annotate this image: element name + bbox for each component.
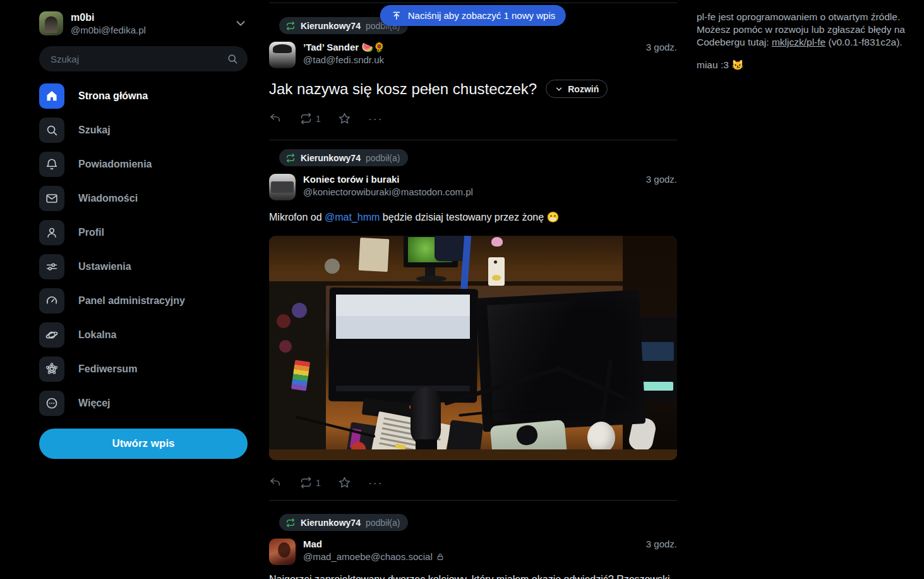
avatar[interactable] <box>269 42 296 68</box>
post-actions: 1 ··· <box>269 476 677 489</box>
divider <box>269 3 677 3</box>
sidebar-item-local[interactable]: Lokalna <box>39 322 248 348</box>
reposter-name: Kierunkowy74 <box>301 21 361 31</box>
author-meta: Koniec torów i buraki @koniectorowiburak… <box>303 174 473 197</box>
planet-icon <box>39 322 64 348</box>
repost-button[interactable]: 1 <box>299 112 321 125</box>
avatar[interactable] <box>39 11 63 35</box>
reply-button[interactable] <box>269 112 282 125</box>
sidebar-item-label: Fediwersum <box>78 363 137 375</box>
sidebar-item-fediverse[interactable]: Fediwersum <box>39 357 248 382</box>
repost-icon <box>299 476 313 489</box>
sidebar-item-label: Panel administracyjny <box>78 295 185 307</box>
about-text: pl-fe jest oprogramowaniem o otwartym źr… <box>697 11 919 49</box>
search-input[interactable] <box>39 46 248 71</box>
compose-button[interactable]: Utwórz wpis <box>39 429 248 459</box>
sidebar-item-label: Strona główna <box>78 90 148 102</box>
sidebar: m0bi @m0bi@fedika.pl Strona główna <box>39 10 248 459</box>
reply-icon <box>269 476 282 489</box>
avatar[interactable] <box>269 174 296 200</box>
sidebar-item-messages[interactable]: Wiadomości <box>39 186 248 211</box>
spoiler-text: Jak nazywa się kosz pełen chusteczek? <box>269 80 537 98</box>
grin-emoji: 😁 <box>547 212 560 222</box>
post-header: Mad @mad_amoebe@chaos.social 3 godz. <box>269 539 677 565</box>
post-header: ’Tad’ Sander 🍉🌻 @tad@fedi.sndr.uk 3 godz… <box>269 42 677 68</box>
post-timestamp[interactable]: 3 godz. <box>646 174 677 185</box>
author-name[interactable]: ’Tad’ Sander 🍉🌻 <box>303 42 385 52</box>
codeberg-repo-link[interactable]: mkljczk/pl-fe <box>772 37 825 47</box>
account-name: m0bi <box>71 12 146 23</box>
author-name[interactable]: Koniec torów i buraki <box>303 174 473 185</box>
repost-pill[interactable]: Kierunkowy74 podbił(a) <box>279 149 408 166</box>
repost-verb: podbił(a) <box>366 518 400 528</box>
favourite-button[interactable] <box>338 112 351 125</box>
post-actions: 1 ··· <box>269 112 677 125</box>
sidebar-item-home[interactable]: Strona główna <box>39 83 248 109</box>
post: Kierunkowy74 podbił(a) Mad @mad_amoebe@c… <box>269 501 677 579</box>
spoiler-row: Jak nazywa się kosz pełen chusteczek? Ro… <box>269 80 677 98</box>
author-handle: @koniectorowiburaki@mastodon.com.pl <box>303 186 473 197</box>
search-box <box>39 46 248 71</box>
bell-icon <box>39 152 64 177</box>
avatar[interactable] <box>269 539 296 565</box>
reply-icon <box>269 112 282 125</box>
more-options-button[interactable]: ··· <box>368 480 383 486</box>
handle-text: @mad_amoebe@chaos.social <box>303 551 433 562</box>
new-posts-label: Naciśnij aby zobaczyć 1 nowy wpis <box>408 10 555 21</box>
reposter-name: Kierunkowy74 <box>301 153 361 163</box>
sidebar-item-profile[interactable]: Profil <box>39 220 248 245</box>
repost-button[interactable]: 1 <box>299 476 321 489</box>
repost-row: Kierunkowy74 podbił(a) <box>279 514 677 531</box>
repeat-icon <box>285 518 296 528</box>
sidebar-item-settings[interactable]: Ustawienia <box>39 254 248 279</box>
text-fragment: Mikrofon od <box>269 212 325 222</box>
post-timestamp[interactable]: 3 godz. <box>646 539 677 549</box>
sidebar-item-label: Powiadomienia <box>78 159 152 170</box>
repeat-icon <box>285 21 296 31</box>
mail-icon <box>39 186 64 211</box>
expand-button[interactable]: Rozwiń <box>546 80 608 98</box>
post-media-photo[interactable] <box>269 236 677 460</box>
favourite-button[interactable] <box>338 476 351 489</box>
sidebar-item-label: Profil <box>78 227 104 238</box>
author-handle: @tad@fedi.sndr.uk <box>303 54 385 65</box>
more-options-button[interactable]: ··· <box>368 116 383 122</box>
sidebar-item-label: Szukaj <box>78 125 111 136</box>
repost-count: 1 <box>316 478 321 488</box>
sidebar-item-more[interactable]: Więcej <box>39 391 248 416</box>
repost-count: 1 <box>316 114 321 124</box>
post-timestamp[interactable]: 3 godz. <box>646 42 677 52</box>
sidebar-item-search[interactable]: Szukaj <box>39 118 248 143</box>
account-handle: @m0bi@fedika.pl <box>71 25 146 35</box>
reply-button[interactable] <box>269 476 282 489</box>
lock-icon <box>436 552 445 561</box>
gauge-icon <box>39 288 64 314</box>
expand-label: Rozwiń <box>568 84 599 94</box>
author-handle: @mad_amoebe@chaos.social <box>303 551 445 562</box>
author-meta: ’Tad’ Sander 🍉🌻 @tad@fedi.sndr.uk <box>303 42 385 65</box>
fediverse-icon <box>39 357 64 382</box>
arrow-up-to-line-icon <box>391 10 402 21</box>
repost-pill[interactable]: Kierunkowy74 podbił(a) <box>279 514 408 531</box>
post-text: Mikrofon od @mat_hmm będzie dzisiaj test… <box>269 211 677 223</box>
search-icon[interactable] <box>226 52 239 65</box>
mention-link[interactable]: @mat_hmm <box>325 212 380 222</box>
chevron-down-icon[interactable] <box>234 16 248 30</box>
star-icon <box>338 112 351 125</box>
sidebar-item-notifications[interactable]: Powiadomienia <box>39 152 248 177</box>
reposter-name: Kierunkowy74 <box>301 518 361 528</box>
sidebar-item-admin-panel[interactable]: Panel administracyjny <box>39 288 248 314</box>
home-icon <box>39 83 64 109</box>
new-posts-button[interactable]: Naciśnij aby zobaczyć 1 nowy wpis <box>380 5 566 26</box>
repost-row: Kierunkowy74 podbił(a) <box>279 149 677 166</box>
about-version: (v0.0.1-f831c2a). <box>825 37 902 47</box>
account-switcher[interactable]: m0bi @m0bi@fedika.pl <box>39 10 248 37</box>
sidebar-item-label: Lokalna <box>78 329 116 341</box>
sidebar-item-label: Wiadomości <box>78 193 138 204</box>
author-meta: Mad @mad_amoebe@chaos.social <box>303 539 445 562</box>
timeline: Naciśnij aby zobaczyć 1 nowy wpis Kierun… <box>269 0 677 579</box>
user-icon <box>39 220 64 245</box>
more-circle-icon <box>39 391 64 416</box>
author-name[interactable]: Mad <box>303 539 445 549</box>
about-panel: pl-fe jest oprogramowaniem o otwartym źr… <box>697 11 919 71</box>
